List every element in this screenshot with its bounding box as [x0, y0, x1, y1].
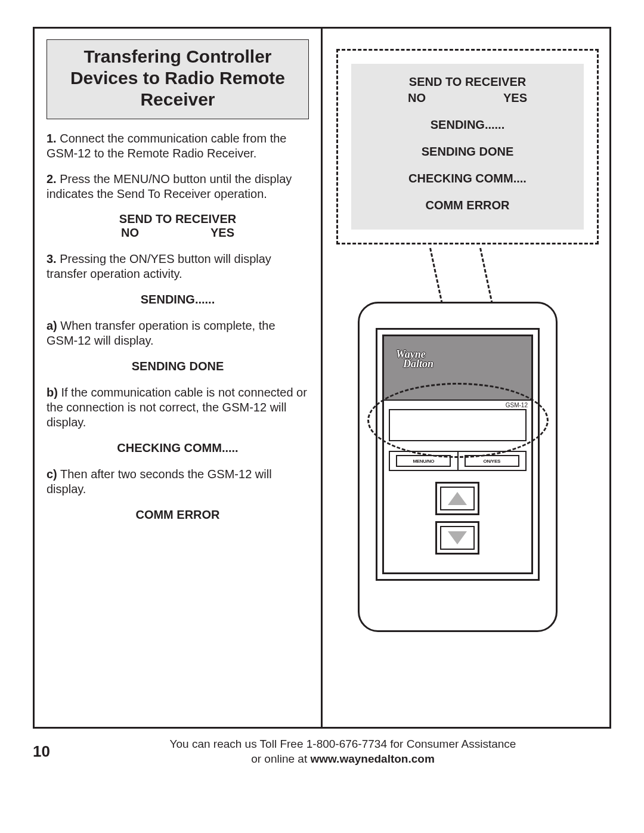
- left-column: Transfering Controller Devices to Radio …: [35, 29, 323, 727]
- callout-checking-comm: CHECKING COMM....: [357, 172, 578, 185]
- callout-no: NO: [408, 91, 426, 104]
- menu-no-button[interactable]: MENU/NO: [396, 455, 451, 467]
- device-illustration: Wayne Dalton GSM-12 MENU/NO ON/YES: [358, 302, 558, 632]
- section-title-box: Transfering Controller Devices to Radio …: [47, 39, 309, 119]
- callout-panel: SEND TO RECEIVER NOYES SENDING...... SEN…: [351, 64, 584, 230]
- device-button-row: MENU/NO ON/YES: [389, 451, 527, 471]
- callout-sending-done: SENDING DONE: [357, 145, 578, 159]
- page-frame: Transfering Controller Devices to Radio …: [33, 27, 611, 729]
- callout-no-yes: NOYES: [357, 91, 578, 105]
- display-no-yes: NOYES: [47, 226, 309, 240]
- display-yes: YES: [210, 226, 234, 239]
- display-comm-error: COMM ERROR: [47, 507, 309, 522]
- callout-yes: YES: [503, 91, 527, 104]
- step-c-text: Then after two seconds the GSM-12 will d…: [47, 467, 272, 496]
- callout-wrap: SEND TO RECEIVER NOYES SENDING...... SEN…: [336, 49, 599, 246]
- step-c: c) Then after two seconds the GSM-12 wil…: [47, 467, 309, 497]
- instructions: 1. Connect the communication cable from …: [47, 131, 309, 522]
- display-no: NO: [121, 226, 139, 239]
- step-a: a) When transfer operation is complete, …: [47, 318, 309, 348]
- device-logo: Wayne Dalton: [396, 349, 434, 368]
- callout-send-header: SEND TO RECEIVER: [357, 75, 578, 89]
- triangle-down-icon: [448, 531, 467, 544]
- device-btn-menu-wrap: MENU/NO: [390, 452, 459, 470]
- step-2-text: Press the MENU/NO button until the displ…: [47, 172, 292, 200]
- step-3-text: Pressing the ON/YES button will display …: [47, 252, 271, 280]
- step-1: 1. Connect the communication cable from …: [47, 131, 309, 161]
- display-send-to-receiver: SEND TO RECEIVER NOYES: [47, 212, 309, 240]
- footer-line2-pre: or online at: [251, 753, 310, 765]
- display-checking-comm: CHECKING COMM.....: [47, 441, 309, 455]
- step-a-text: When transfer operation is complete, the…: [47, 319, 275, 347]
- device-lcd-screen: [389, 409, 527, 441]
- step-a-number: a): [47, 319, 57, 332]
- step-3-number: 3.: [47, 252, 57, 265]
- callout-comm-error: COMM ERROR: [357, 199, 578, 212]
- arrow-up-button[interactable]: [435, 482, 479, 515]
- display-sending-done: SENDING DONE: [47, 359, 309, 373]
- section-title: Transfering Controller Devices to Radio …: [51, 46, 305, 110]
- step-2: 2. Press the MENU/NO button until the di…: [47, 172, 309, 202]
- step-b: b) If the communication cable is not con…: [47, 385, 309, 430]
- right-column: SEND TO RECEIVER NOYES SENDING...... SEN…: [324, 29, 611, 727]
- device-header-area: Wayne Dalton: [384, 336, 531, 401]
- step-b-number: b): [47, 386, 58, 399]
- callout-sending: SENDING......: [357, 118, 578, 132]
- device-panel: Wayne Dalton GSM-12 MENU/NO ON/YES: [376, 328, 540, 581]
- step-3: 3. Pressing the ON/YES button will displ…: [47, 252, 309, 281]
- step-b-text: If the communication cable is not connec…: [47, 386, 307, 429]
- footer-line1: You can reach us Toll Free 1-800-676-773…: [170, 738, 516, 750]
- arrow-down-button[interactable]: [435, 521, 479, 555]
- callout-dashed-box: SEND TO RECEIVER NOYES SENDING...... SEN…: [336, 49, 599, 244]
- page-number: 10: [33, 742, 75, 761]
- page-footer: 10 You can reach us Toll Free 1-800-676-…: [33, 737, 611, 766]
- on-yes-button[interactable]: ON/YES: [465, 455, 519, 467]
- footer-url: www.waynedalton.com: [310, 753, 434, 765]
- step-2-number: 2.: [47, 172, 57, 185]
- step-1-number: 1.: [47, 132, 57, 145]
- arrow-down-inner: [440, 526, 475, 550]
- device-btn-on-wrap: ON/YES: [459, 452, 526, 470]
- device-logo-line2: Dalton: [403, 359, 434, 368]
- display-send-header: SEND TO RECEIVER: [47, 212, 309, 226]
- device-panel-inner: Wayne Dalton GSM-12 MENU/NO ON/YES: [382, 335, 533, 574]
- arrow-up-inner: [440, 487, 475, 510]
- step-1-text: Connect the communication cable from the…: [47, 132, 286, 160]
- display-sending: SENDING......: [47, 292, 309, 306]
- footer-text: You can reach us Toll Free 1-800-676-773…: [75, 737, 611, 766]
- device-model-label: GSM-12: [506, 402, 528, 408]
- step-c-number: c): [47, 467, 57, 481]
- triangle-up-icon: [448, 492, 467, 505]
